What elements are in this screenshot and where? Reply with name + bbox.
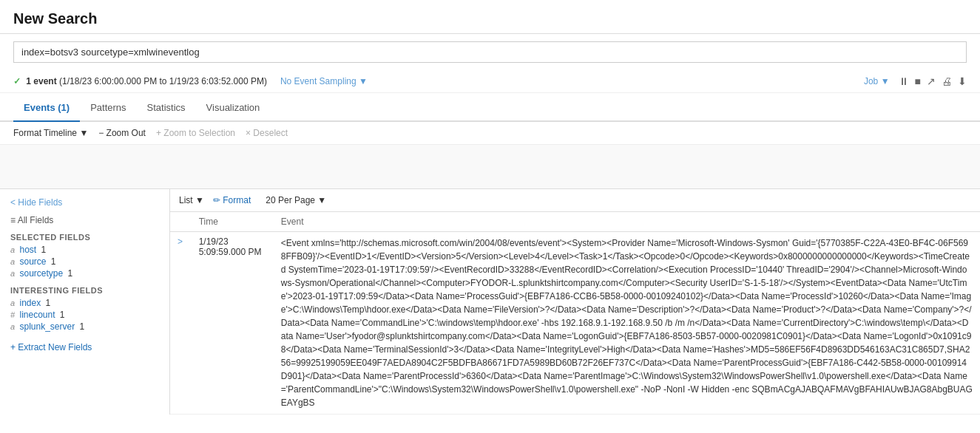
interesting-fields-label: INTERESTING FIELDS [10, 286, 159, 295]
results-area: List ▼ ✏ Format 20 Per Page ▼ Time Event [170, 189, 980, 415]
results-table: Time Event > 1/19/235:09:59.000 PM <Even… [170, 212, 980, 415]
all-fields-button[interactable]: ≡ All Fields [10, 215, 53, 225]
result-info: ✓ 1 event (1/18/23 6:00:00.000 PM to 1/1… [13, 76, 267, 86]
list-button[interactable]: List ▼ [179, 195, 204, 205]
expand-row-icon[interactable]: > [178, 236, 183, 247]
per-page-button[interactable]: 20 Per Page ▼ [266, 195, 326, 205]
results-toolbar: List ▼ ✏ Format 20 Per Page ▼ [170, 189, 980, 212]
field-sourcetype[interactable]: a sourcetype 1 [10, 268, 159, 279]
zoom-to-selection-button[interactable]: + Zoom to Selection [156, 128, 235, 138]
format-button[interactable]: ✏ Format [213, 195, 251, 205]
pause-icon[interactable]: ⏸ [899, 75, 909, 87]
page-header: New Search ✓ 1 event (1/18/23 6:00:00.00… [0, 0, 980, 189]
job-button[interactable]: Job ▼ [861, 75, 893, 88]
timeline-chart [0, 145, 980, 189]
checkmark-icon: ✓ [13, 76, 21, 86]
field-source[interactable]: a source 1 [10, 256, 159, 267]
selected-fields-label: SELECTED FIELDS [10, 233, 159, 242]
export-icon[interactable]: ⬇ [958, 75, 967, 87]
col-expand [170, 212, 192, 232]
field-index[interactable]: a index 1 [10, 298, 159, 308]
field-host[interactable]: a host 1 [10, 245, 159, 255]
page-title: New Search [13, 10, 967, 27]
tab-visualization[interactable]: Visualization [196, 95, 271, 122]
tab-patterns[interactable]: Patterns [80, 95, 136, 122]
extract-new-fields-button[interactable]: + Extract New Fields [10, 342, 159, 352]
sampling-dropdown[interactable]: No Event Sampling ▼ [280, 76, 368, 86]
tab-statistics[interactable]: Statistics [137, 95, 196, 122]
event-cell: <Event xmlns='http://schemas.microsoft.c… [274, 232, 980, 415]
zoom-out-button[interactable]: − Zoom Out [98, 128, 146, 138]
tab-events[interactable]: Events (1) [13, 95, 80, 122]
main-content: < Hide Fields ≡ All Fields SELECTED FIEL… [0, 189, 980, 415]
timeline-controls: Format Timeline ▼ − Zoom Out + Zoom to S… [0, 122, 980, 145]
print-icon[interactable]: 🖨 [942, 75, 952, 87]
field-linecount[interactable]: # linecount 1 [10, 310, 159, 320]
stop-icon[interactable]: ■ [915, 75, 921, 87]
time-cell: 1/19/235:09:59.000 PM [192, 232, 274, 415]
field-splunk-server[interactable]: a splunk_server 1 [10, 321, 159, 332]
share-icon[interactable]: ↗ [927, 75, 936, 87]
format-timeline-button[interactable]: Format Timeline ▼ [13, 128, 88, 138]
tabs-row: Events (1) Patterns Statistics Visualiza… [0, 95, 980, 122]
table-row: > 1/19/235:09:59.000 PM <Event xmlns='ht… [170, 232, 980, 415]
sidebar: < Hide Fields ≡ All Fields SELECTED FIEL… [0, 189, 170, 415]
job-controls: Job ▼ ⏸ ■ ↗ 🖨 ⬇ [861, 75, 967, 88]
deselect-button[interactable]: × Deselect [246, 128, 288, 138]
col-event: Event [274, 212, 980, 232]
col-time: Time [192, 212, 274, 232]
search-input[interactable] [13, 41, 967, 63]
hide-fields-button[interactable]: < Hide Fields [10, 197, 62, 208]
